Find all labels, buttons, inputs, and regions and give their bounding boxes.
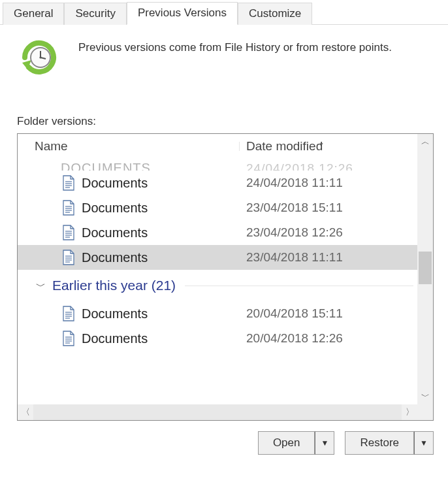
chevron-down-icon: ⌄ <box>318 138 325 147</box>
document-icon <box>62 250 75 265</box>
tab-strip: General Security Previous Versions Custo… <box>0 0 448 25</box>
triangle-down-icon: ▼ <box>321 438 329 448</box>
document-icon <box>62 225 75 240</box>
versions-listbox: Name Date modified ⌄ Documents 24/04/201… <box>17 133 434 421</box>
properties-dialog: General Security Previous Versions Custo… <box>0 0 448 490</box>
item-name: Documents <box>82 331 148 346</box>
item-name: Documents <box>82 306 148 321</box>
button-row: Open ▼ Restore ▼ <box>0 421 448 455</box>
group-header-earlier-this-year[interactable]: ﹀ Earlier this year (21) <box>18 270 417 301</box>
item-date: 20/04/2018 15:11 <box>240 306 417 321</box>
list-item-selected[interactable]: Documents 23/04/2018 11:11 <box>18 245 417 270</box>
document-icon <box>62 306 75 321</box>
horizontal-scrollbar[interactable]: 〈 〉 <box>18 404 417 420</box>
item-name: Documents <box>61 161 151 171</box>
list-body: Documents 24/04/2018 12:26 Documents 24/… <box>18 159 417 404</box>
item-date: 23/04/2018 11:11 <box>240 250 417 265</box>
document-icon <box>62 331 75 346</box>
restore-clock-icon <box>20 39 59 76</box>
document-icon <box>62 200 75 216</box>
triangle-down-icon: ▼ <box>420 438 428 448</box>
vertical-scrollbar[interactable]: ︿ ﹀ <box>417 134 433 404</box>
column-date-label: Date modified <box>246 139 323 153</box>
scroll-left-arrow-icon[interactable]: 〈 <box>18 404 33 420</box>
scroll-right-arrow-icon[interactable]: 〉 <box>402 404 417 420</box>
list-item[interactable]: Documents 23/04/2018 15:11 <box>18 195 417 220</box>
open-button[interactable]: Open <box>258 431 315 455</box>
scroll-up-arrow-icon[interactable]: ︿ <box>417 134 433 150</box>
tab-security[interactable]: Security <box>64 3 126 25</box>
tab-customize[interactable]: Customize <box>238 3 312 25</box>
open-split-button: Open ▼ <box>258 431 335 455</box>
list-item[interactable]: Documents 23/04/2018 12:26 <box>18 220 417 245</box>
item-name: Documents <box>82 225 148 240</box>
list-item-partial[interactable]: Documents 24/04/2018 12:26 <box>18 159 417 171</box>
svg-point-8 <box>39 56 41 58</box>
item-date: 20/04/2018 12:26 <box>240 331 417 346</box>
restore-dropdown-button[interactable]: ▼ <box>414 431 434 455</box>
info-row: Previous versions come from File History… <box>0 25 448 82</box>
item-name: Documents <box>82 201 148 216</box>
item-date: 24/04/2018 12:26 <box>246 161 353 171</box>
list-item[interactable]: Documents 20/04/2018 15:11 <box>18 301 417 326</box>
scroll-thumb[interactable] <box>419 252 432 284</box>
restore-button[interactable]: Restore <box>345 431 414 455</box>
tab-general[interactable]: General <box>3 3 64 25</box>
item-name: Documents <box>82 250 148 265</box>
group-divider <box>185 286 413 286</box>
item-date: 23/04/2018 12:26 <box>240 225 417 240</box>
scroll-down-arrow-icon[interactable]: ﹀ <box>417 389 433 404</box>
open-dropdown-button[interactable]: ▼ <box>315 431 334 455</box>
list-header: Name Date modified ⌄ <box>18 134 433 159</box>
chevron-down-icon: ﹀ <box>36 280 46 293</box>
list-item[interactable]: Documents 20/04/2018 12:26 <box>18 326 417 351</box>
info-text: Previous versions come from File History… <box>78 39 392 56</box>
restore-split-button: Restore ▼ <box>345 431 434 455</box>
item-name: Documents <box>82 176 148 191</box>
column-header-date[interactable]: Date modified ⌄ <box>240 139 433 154</box>
scroll-track[interactable] <box>33 404 402 420</box>
column-name-label: Name <box>35 139 68 153</box>
document-icon <box>62 175 75 191</box>
column-header-name[interactable]: Name <box>18 139 240 154</box>
list-item[interactable]: Documents 24/04/2018 11:11 <box>18 171 417 195</box>
item-date: 23/04/2018 15:11 <box>240 201 417 215</box>
group-label: Earlier this year (21) <box>52 278 176 293</box>
folder-versions-label: Folder versions: <box>0 82 448 133</box>
tab-previous-versions[interactable]: Previous Versions <box>127 2 238 25</box>
item-date: 24/04/2018 11:11 <box>240 176 417 190</box>
scrollbar-corner <box>417 404 433 420</box>
